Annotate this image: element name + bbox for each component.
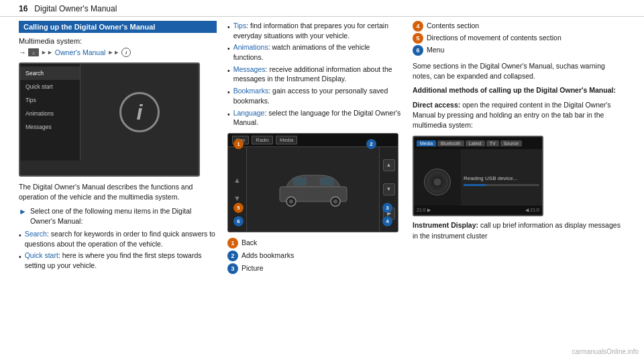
svg-rect-5 bbox=[293, 177, 307, 185]
page-number: 16 bbox=[19, 4, 28, 13]
bullet-search: • Search: search for keywords in order t… bbox=[19, 229, 217, 249]
mid-tab-2: Radio bbox=[252, 136, 273, 144]
footer-time-right: ◀ 21:0 bbox=[525, 208, 539, 213]
right-screen-footer: 21:0 ▶ ◀ 21:0 bbox=[414, 206, 542, 215]
bullet-tips: • Tips: find information that prepares y… bbox=[227, 21, 402, 40]
tab-media: Media bbox=[417, 140, 436, 146]
screen-menu-messages: Messages bbox=[20, 120, 80, 134]
svg-point-4 bbox=[333, 199, 337, 204]
bullet-quickstart: • Quick start: here is where you find th… bbox=[19, 251, 217, 270]
bullet-bookmarks: • Bookmarks: gain access to your persona… bbox=[227, 86, 402, 105]
mid-btn-2: ▼ bbox=[383, 183, 395, 195]
mid-btn-1: ▲ bbox=[383, 159, 395, 171]
direct-access-para: Direct access: open the required content… bbox=[413, 100, 625, 131]
screen-content-area: i bbox=[80, 64, 199, 161]
screen-mockup-right: Media Bluetooth Latest TV Source Reading… bbox=[413, 136, 543, 216]
num-item-1: 1 Back bbox=[227, 238, 402, 249]
num-item-4: 4 Contents section bbox=[413, 21, 625, 32]
footer-time-left: 21:0 ▶ bbox=[417, 208, 431, 213]
bullet-bookmarks-text: Bookmarks: gain access to your personall… bbox=[233, 86, 402, 105]
tab-bluetooth: Bluetooth bbox=[437, 140, 464, 146]
num-badge-3: 3 bbox=[227, 263, 238, 274]
badge-2: 2 bbox=[366, 139, 376, 149]
num-label-6: Menu bbox=[427, 45, 444, 55]
body-text-left: The Digital Owner's Manual describes the… bbox=[19, 182, 217, 202]
bullet-dot-lang: • bbox=[227, 109, 230, 128]
watermark: carmanualsOnline.info bbox=[572, 348, 639, 355]
bullet-messages-text: Messages: receive additional information… bbox=[233, 64, 402, 84]
info-icon-large: i bbox=[119, 92, 160, 132]
progress-bar-fill bbox=[464, 184, 486, 186]
bullet-search-text: Search: search for keywords in order to … bbox=[25, 229, 217, 249]
screen-menu-animations: Animations bbox=[20, 107, 80, 120]
screen-mockup-mid: 1 2 3 5 6 4 Nav Radio Media ▲ ▼ bbox=[227, 133, 398, 232]
bullet-dot-2: • bbox=[19, 252, 21, 270]
main-content: Calling up the Digital Owner's Manual Mu… bbox=[0, 21, 644, 278]
right-screen-header: Media Bluetooth Latest TV Source bbox=[414, 137, 542, 149]
tab-tv: TV bbox=[486, 140, 499, 146]
num-badge-5: 5 bbox=[413, 33, 423, 44]
nav-home-icon: ⌂ bbox=[28, 48, 39, 56]
animations-link: Animations bbox=[233, 43, 268, 51]
progress-bar bbox=[464, 184, 539, 186]
num-label-3: Picture bbox=[241, 263, 264, 273]
messages-link: Messages bbox=[233, 65, 266, 73]
tab-source: Source bbox=[500, 140, 522, 146]
screen-mockup-left: Search Quick start Tips Animations Messa… bbox=[19, 62, 200, 177]
badge-1: 1 bbox=[233, 139, 244, 149]
instrument-display-para: Instrument Display: call up brief inform… bbox=[413, 220, 625, 240]
reading-usb-text: Reading USB device... bbox=[464, 175, 539, 181]
num-item-3: 3 Picture bbox=[227, 263, 402, 274]
num-label-5: Directions of movement of contents secti… bbox=[427, 33, 561, 43]
bullet-animations-text: Animations: watch animations of the vehi… bbox=[233, 42, 402, 62]
bullet-dot-anim: • bbox=[227, 44, 230, 62]
num-label-1: Back bbox=[241, 238, 257, 248]
body-text-right-1: Some sections in the Digital Owner's Man… bbox=[413, 61, 625, 81]
num-item-2: 2 Adds bookmarks bbox=[227, 251, 402, 261]
nav-arrow-icon: → bbox=[19, 48, 26, 56]
num-label-2: Adds bookmarks bbox=[241, 251, 294, 261]
svg-point-2 bbox=[289, 199, 293, 204]
badge-6: 6 bbox=[233, 216, 244, 226]
nav-info-icon: i bbox=[121, 48, 131, 57]
bullet-tips-text: Tips: find information that prepares you… bbox=[233, 21, 402, 40]
screen-sidebar: Search Quick start Tips Animations Messa… bbox=[20, 64, 80, 161]
mid-column: • Tips: find information that prepares y… bbox=[227, 21, 402, 278]
nav-sep1: ►► bbox=[41, 49, 53, 56]
arrow-symbol: ► bbox=[19, 206, 27, 226]
tab-latest: Latest bbox=[466, 140, 485, 146]
num-badge-6: 6 bbox=[413, 45, 423, 56]
search-link: Search bbox=[25, 230, 47, 238]
num-item-5: 5 Directions of movement of contents sec… bbox=[413, 33, 625, 44]
mid-screen-center bbox=[247, 147, 379, 232]
num-badge-2: 2 bbox=[227, 251, 238, 261]
bullet-dot-tips: • bbox=[227, 22, 230, 40]
screen-menu-search: Search bbox=[20, 66, 80, 80]
page-header: 16 Digital Owner's Manual bbox=[0, 0, 644, 17]
num-item-6: 6 Menu bbox=[413, 45, 625, 56]
instruction-text: Select one of the following menu items i… bbox=[30, 206, 217, 226]
bullet-animations: • Animations: watch animations of the ve… bbox=[227, 42, 402, 62]
numbered-list-mid: 1 Back 2 Adds bookmarks 3 Picture bbox=[227, 238, 402, 274]
right-column: 4 Contents section 5 Directions of movem… bbox=[413, 21, 625, 278]
bullet-dot-msg: • bbox=[227, 66, 230, 84]
tips-link: Tips bbox=[233, 21, 246, 30]
page-container: 16 Digital Owner's Manual Calling up the… bbox=[0, 0, 644, 358]
quickstart-link: Quick start bbox=[25, 251, 58, 259]
nav-owners-manual: Owner's Manual bbox=[55, 48, 106, 56]
bullet-language: • Language: select the language for the … bbox=[227, 108, 402, 128]
language-link: Language bbox=[233, 109, 265, 117]
bookmarks-link: Bookmarks bbox=[233, 87, 269, 95]
bullet-quickstart-text: Quick start: here is where you find the … bbox=[25, 251, 217, 270]
num-label-4: Contents section bbox=[427, 21, 479, 31]
disc-icon bbox=[424, 169, 451, 195]
badge-4: 4 bbox=[382, 216, 392, 226]
direct-access-label: Direct access: bbox=[413, 101, 460, 109]
mid-screen-body: ▲ ▼ bbox=[228, 147, 398, 232]
mid-tab-3: Media bbox=[276, 136, 297, 144]
badge-5: 5 bbox=[233, 203, 244, 213]
multimedia-label: Multimedia system: bbox=[19, 37, 217, 45]
screen-body: Search Quick start Tips Animations Messa… bbox=[20, 64, 199, 161]
screen-menu-tips: Tips bbox=[20, 93, 80, 107]
nav-sep2: ►► bbox=[107, 49, 119, 56]
